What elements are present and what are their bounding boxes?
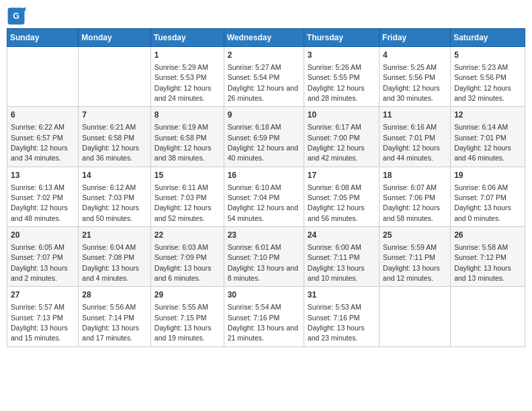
calendar-cell: 7Sunrise: 6:21 AMSunset: 6:58 PMDaylight…: [79, 107, 150, 167]
day-number: 21: [82, 230, 146, 241]
week-row-1: 1Sunrise: 5:29 AMSunset: 5:53 PMDaylight…: [7, 47, 525, 107]
day-detail: Sunrise: 6:05 AMSunset: 7:07 PMDaylight:…: [11, 243, 68, 282]
calendar-cell: 18Sunrise: 6:07 AMSunset: 7:06 PMDayligh…: [380, 167, 451, 226]
day-number: 24: [308, 230, 375, 241]
day-number: 20: [11, 230, 75, 241]
day-detail: Sunrise: 5:29 AMSunset: 5:53 PMDaylight:…: [154, 63, 212, 102]
day-detail: Sunrise: 6:19 AMSunset: 6:58 PMDaylight:…: [154, 123, 212, 162]
day-detail: Sunrise: 5:59 AMSunset: 7:11 PMDaylight:…: [383, 243, 440, 282]
calendar-cell: [380, 287, 451, 347]
calendar-cell: [7, 47, 79, 107]
day-detail: Sunrise: 6:08 AMSunset: 7:05 PMDaylight:…: [308, 183, 365, 222]
calendar-cell: 4Sunrise: 5:25 AMSunset: 5:56 PMDaylight…: [380, 47, 451, 107]
day-detail: Sunrise: 5:23 AMSunset: 5:56 PMDaylight:…: [454, 63, 511, 102]
day-number: 9: [228, 109, 300, 121]
calendar-cell: 30Sunrise: 5:54 AMSunset: 7:16 PMDayligh…: [224, 287, 304, 347]
day-detail: Sunrise: 6:16 AMSunset: 7:01 PMDaylight:…: [383, 123, 440, 162]
day-detail: Sunrise: 5:54 AMSunset: 7:16 PMDaylight:…: [228, 303, 298, 342]
calendar-cell: 29Sunrise: 5:55 AMSunset: 7:15 PMDayligh…: [150, 287, 224, 347]
day-number: 13: [11, 170, 75, 181]
calendar-cell: 16Sunrise: 6:10 AMSunset: 7:04 PMDayligh…: [224, 167, 304, 226]
day-header-wednesday: Wednesday: [224, 29, 304, 47]
day-detail: Sunrise: 6:22 AMSunset: 6:57 PMDaylight:…: [11, 123, 68, 162]
calendar-cell: 27Sunrise: 5:57 AMSunset: 7:13 PMDayligh…: [7, 287, 79, 347]
week-row-2: 6Sunrise: 6:22 AMSunset: 6:57 PMDaylight…: [7, 107, 525, 167]
day-number: 27: [11, 289, 75, 301]
day-number: 26: [454, 230, 521, 241]
day-detail: Sunrise: 6:07 AMSunset: 7:06 PMDaylight:…: [383, 183, 440, 222]
day-number: 8: [154, 109, 220, 121]
day-detail: Sunrise: 5:26 AMSunset: 5:55 PMDaylight:…: [308, 63, 365, 102]
day-detail: Sunrise: 6:18 AMSunset: 6:59 PMDaylight:…: [228, 123, 298, 162]
day-header-tuesday: Tuesday: [150, 29, 224, 47]
calendar-cell: 22Sunrise: 6:03 AMSunset: 7:09 PMDayligh…: [150, 227, 224, 287]
day-number: 29: [154, 289, 220, 301]
logo: G: [7, 7, 28, 26]
calendar-cell: 13Sunrise: 6:13 AMSunset: 7:02 PMDayligh…: [7, 167, 79, 226]
day-number: 3: [308, 50, 375, 61]
day-number: 18: [383, 170, 447, 181]
day-header-thursday: Thursday: [304, 29, 379, 47]
day-detail: Sunrise: 6:14 AMSunset: 7:01 PMDaylight:…: [454, 123, 511, 162]
day-header-saturday: Saturday: [451, 29, 525, 47]
calendar-body: 1Sunrise: 5:29 AMSunset: 5:53 PMDaylight…: [7, 47, 525, 347]
day-detail: Sunrise: 6:03 AMSunset: 7:09 PMDaylight:…: [154, 243, 212, 282]
calendar-header-row: SundayMondayTuesdayWednesdayThursdayFrid…: [7, 29, 525, 47]
day-number: 16: [228, 170, 300, 181]
day-number: 6: [11, 109, 75, 121]
day-number: 12: [454, 109, 521, 121]
day-header-friday: Friday: [380, 29, 451, 47]
day-detail: Sunrise: 5:56 AMSunset: 7:14 PMDaylight:…: [82, 303, 139, 342]
calendar-cell: 3Sunrise: 5:26 AMSunset: 5:55 PMDaylight…: [304, 47, 379, 107]
day-number: 11: [383, 109, 447, 121]
day-detail: Sunrise: 5:58 AMSunset: 7:12 PMDaylight:…: [454, 243, 511, 282]
day-header-monday: Monday: [79, 29, 150, 47]
day-number: 2: [228, 50, 300, 61]
day-detail: Sunrise: 6:06 AMSunset: 7:07 PMDaylight:…: [454, 183, 511, 222]
calendar-cell: 15Sunrise: 6:11 AMSunset: 7:03 PMDayligh…: [150, 167, 224, 226]
calendar-cell: 17Sunrise: 6:08 AMSunset: 7:05 PMDayligh…: [304, 167, 379, 226]
calendar-cell: 28Sunrise: 5:56 AMSunset: 7:14 PMDayligh…: [79, 287, 150, 347]
day-detail: Sunrise: 6:21 AMSunset: 6:58 PMDaylight:…: [82, 123, 139, 162]
day-detail: Sunrise: 5:57 AMSunset: 7:13 PMDaylight:…: [11, 303, 68, 342]
day-number: 19: [454, 170, 521, 181]
day-detail: Sunrise: 6:17 AMSunset: 7:00 PMDaylight:…: [308, 123, 365, 162]
day-number: 22: [154, 230, 220, 241]
day-detail: Sunrise: 5:53 AMSunset: 7:16 PMDaylight:…: [308, 303, 365, 342]
calendar-cell: 21Sunrise: 6:04 AMSunset: 7:08 PMDayligh…: [79, 227, 150, 287]
day-number: 17: [308, 170, 375, 181]
day-detail: Sunrise: 6:11 AMSunset: 7:03 PMDaylight:…: [154, 183, 212, 222]
day-number: 25: [383, 230, 447, 241]
calendar-cell: 24Sunrise: 6:00 AMSunset: 7:11 PMDayligh…: [304, 227, 379, 287]
day-detail: Sunrise: 5:55 AMSunset: 7:15 PMDaylight:…: [154, 303, 212, 342]
day-number: 4: [383, 50, 447, 61]
day-header-sunday: Sunday: [7, 29, 79, 47]
calendar-cell: 6Sunrise: 6:22 AMSunset: 6:57 PMDaylight…: [7, 107, 79, 167]
calendar-cell: [79, 47, 150, 107]
day-detail: Sunrise: 6:10 AMSunset: 7:04 PMDaylight:…: [228, 183, 298, 222]
calendar-cell: 2Sunrise: 5:27 AMSunset: 5:54 PMDaylight…: [224, 47, 304, 107]
day-number: 28: [82, 289, 146, 301]
day-number: 23: [228, 230, 300, 241]
day-detail: Sunrise: 6:13 AMSunset: 7:02 PMDaylight:…: [11, 183, 68, 222]
calendar-table: SundayMondayTuesdayWednesdayThursdayFrid…: [7, 28, 525, 347]
day-number: 14: [82, 170, 146, 181]
day-detail: Sunrise: 5:25 AMSunset: 5:56 PMDaylight:…: [383, 63, 440, 102]
calendar-cell: 14Sunrise: 6:12 AMSunset: 7:03 PMDayligh…: [79, 167, 150, 226]
day-number: 31: [308, 289, 375, 301]
logo-icon: G: [7, 7, 26, 26]
svg-text:G: G: [13, 11, 19, 21]
calendar-cell: 31Sunrise: 5:53 AMSunset: 7:16 PMDayligh…: [304, 287, 379, 347]
week-row-3: 13Sunrise: 6:13 AMSunset: 7:02 PMDayligh…: [7, 167, 525, 226]
calendar-cell: 1Sunrise: 5:29 AMSunset: 5:53 PMDaylight…: [150, 47, 224, 107]
day-detail: Sunrise: 6:01 AMSunset: 7:10 PMDaylight:…: [228, 243, 298, 282]
day-number: 30: [228, 289, 300, 301]
calendar-cell: 19Sunrise: 6:06 AMSunset: 7:07 PMDayligh…: [451, 167, 525, 226]
day-detail: Sunrise: 6:00 AMSunset: 7:11 PMDaylight:…: [308, 243, 365, 282]
week-row-4: 20Sunrise: 6:05 AMSunset: 7:07 PMDayligh…: [7, 227, 525, 287]
page-header: G: [7, 7, 525, 26]
day-number: 7: [82, 109, 146, 121]
day-number: 15: [154, 170, 220, 181]
day-detail: Sunrise: 6:04 AMSunset: 7:08 PMDaylight:…: [82, 243, 139, 282]
calendar-cell: 10Sunrise: 6:17 AMSunset: 7:00 PMDayligh…: [304, 107, 379, 167]
